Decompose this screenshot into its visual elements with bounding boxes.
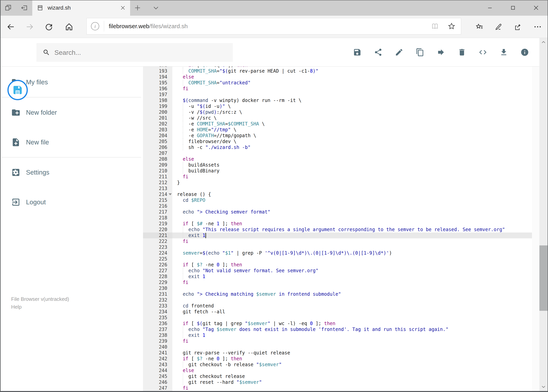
code-text[interactable]: release () { <box>172 191 532 197</box>
code-line[interactable]: 218 <box>143 215 532 221</box>
tab-close-button[interactable] <box>120 5 125 10</box>
code-text[interactable]: fi <box>172 338 532 344</box>
search-input[interactable]: Search... <box>36 43 233 62</box>
code-line[interactable]: 215 cd $REPO <box>143 197 532 203</box>
code-text[interactable] <box>172 91 532 98</box>
line-number[interactable]: 224 <box>143 250 172 256</box>
code-line[interactable]: 230 <box>143 285 532 291</box>
code-text[interactable]: -w //src \ <box>172 115 532 121</box>
line-number[interactable]: 228 <box>143 273 172 280</box>
home-button[interactable] <box>60 16 78 38</box>
save-button[interactable] <box>353 48 361 56</box>
code-text[interactable]: cd frontend <box>172 303 532 309</box>
code-line[interactable]: 212} <box>143 180 532 186</box>
tab-list-button[interactable] <box>149 0 163 16</box>
line-number[interactable]: 236 <box>143 321 172 326</box>
fold-arrow-icon[interactable] <box>169 193 172 195</box>
code-line[interactable]: 224 semver=$(echo "$1" | grep -P '^v(0|[… <box>143 250 532 256</box>
favorite-star-icon[interactable] <box>448 22 456 30</box>
line-number[interactable]: 204 <box>143 133 172 139</box>
line-number[interactable]: 209 <box>143 162 172 168</box>
ellipsis-menu-button[interactable] <box>529 16 547 38</box>
line-number[interactable]: 205 <box>143 139 172 144</box>
code-line[interactable]: 196 fi <box>143 86 532 91</box>
code-text[interactable]: -e HOME="//tmp" \ <box>172 127 532 133</box>
code-text[interactable]: -u "$(id -u)" \ <box>172 103 532 109</box>
code-line[interactable]: 227 echo "Not valid semver format. See s… <box>143 268 532 273</box>
code-text[interactable] <box>172 215 532 221</box>
code-line[interactable]: 243 git checkout -b release "$semver" <box>143 362 532 368</box>
code-line[interactable]: 238 exit 1 <box>143 332 532 338</box>
code-text[interactable]: if [ $? -ne 0 ]; then <box>172 262 532 268</box>
line-number[interactable]: 201 <box>143 115 172 121</box>
code-line[interactable]: 205 filebrowser/dev \ <box>143 139 532 144</box>
forward-button[interactable] <box>21 16 39 38</box>
code-line[interactable]: 193 COMMIT_SHA="$(git rev-parse HEAD | c… <box>143 68 532 74</box>
line-number[interactable]: 199 <box>143 103 172 109</box>
line-number[interactable]: 219 <box>143 221 172 227</box>
code-text[interactable]: $(command -v winpty) docker run --rm -it… <box>172 98 532 103</box>
line-number[interactable]: 225 <box>143 256 172 262</box>
filebrowser-logo[interactable] <box>7 80 28 100</box>
code-text[interactable]: git reset --hard "$semver" <box>172 379 532 385</box>
line-number[interactable]: 203 <box>143 127 172 133</box>
maximize-button[interactable] <box>501 0 525 16</box>
code-text[interactable]: git checkout release <box>172 373 532 379</box>
code-text[interactable]: echo "Not valid semver format. See semve… <box>172 268 532 273</box>
page-scrollbar[interactable] <box>539 38 548 391</box>
code-line[interactable]: 231 echo "> Checking matching $semver in… <box>143 291 532 297</box>
line-number[interactable]: 230 <box>143 285 172 291</box>
code-line[interactable]: 226 if [ $? -ne 0 ]; then <box>143 262 532 268</box>
code-text[interactable]: -v /$(pwd):/src:z \ <box>172 109 532 115</box>
browser-tab-wizard-sh[interactable]: wizard.sh <box>32 0 130 16</box>
back-button[interactable] <box>2 16 20 38</box>
scroll-up-arrow-icon[interactable] <box>539 38 548 47</box>
line-number[interactable]: 192 <box>143 67 172 68</box>
code-line[interactable]: 214release () { <box>143 191 532 197</box>
code-text[interactable]: buildAssets <box>172 162 532 168</box>
code-line[interactable]: 209 buildAssets <box>143 162 532 168</box>
delete-button[interactable] <box>458 48 466 56</box>
line-number[interactable]: 234 <box>143 309 172 315</box>
code-line[interactable]: 221 exit 1 <box>143 232 532 238</box>
line-number[interactable]: 196 <box>143 86 172 91</box>
line-number[interactable]: 233 <box>143 303 172 309</box>
code-line[interactable]: 200 -v /$(pwd):/src:z \ <box>143 109 532 115</box>
refresh-button[interactable] <box>40 16 58 38</box>
code-line[interactable]: 208 else <box>143 156 532 162</box>
code-text[interactable]: else <box>172 368 532 373</box>
code-text[interactable] <box>172 244 532 250</box>
line-number[interactable]: 208 <box>143 156 172 162</box>
code-text[interactable]: echo "This release script requires a sin… <box>172 227 532 232</box>
line-number[interactable]: 211 <box>143 174 172 180</box>
code-view-button[interactable] <box>479 48 487 56</box>
code-text[interactable]: exit 1 <box>172 273 532 280</box>
line-number[interactable]: 247 <box>143 385 172 391</box>
code-line[interactable]: 216 <box>143 203 532 209</box>
tab-preview-button[interactable] <box>3 1 14 14</box>
code-text[interactable]: echo "> Checking matching $semver in fro… <box>172 291 532 297</box>
line-number[interactable]: 245 <box>143 373 172 379</box>
code-line[interactable]: 245 git checkout release <box>143 373 532 379</box>
code-line[interactable]: 236 if [ $(git tag | grep "$semver" | wc… <box>143 321 532 326</box>
code-text[interactable] <box>172 256 532 262</box>
line-number[interactable]: 239 <box>143 338 172 344</box>
line-number[interactable]: 216 <box>143 203 172 209</box>
hub-button[interactable] <box>471 16 488 38</box>
code-line[interactable]: 219 if [ $# -ne 1 ]; then <box>143 221 532 227</box>
code-line[interactable]: 246 git reset --hard "$semver" <box>143 379 532 385</box>
code-line[interactable]: 213 <box>143 186 532 191</box>
line-number[interactable]: 194 <box>143 74 172 80</box>
copy-button[interactable] <box>416 48 424 56</box>
sidebar-item-new-file[interactable]: New file <box>0 133 143 152</box>
code-text[interactable] <box>172 344 532 350</box>
code-line[interactable]: 201 -w //src \ <box>143 115 532 121</box>
code-line[interactable]: 195 COMMIT_SHA="untracked" <box>143 80 532 86</box>
code-text[interactable] <box>172 203 532 209</box>
code-text[interactable]: git fetch --all <box>172 309 532 315</box>
code-text[interactable]: -e GOPATH=//tmp/gopath \ <box>172 133 532 139</box>
minimize-button[interactable] <box>478 0 501 16</box>
line-number[interactable]: 223 <box>143 244 172 250</box>
code-text[interactable]: COMMIT_SHA="$(git rev-parse HEAD | cut -… <box>172 68 532 74</box>
code-line[interactable]: 223 <box>143 244 532 250</box>
